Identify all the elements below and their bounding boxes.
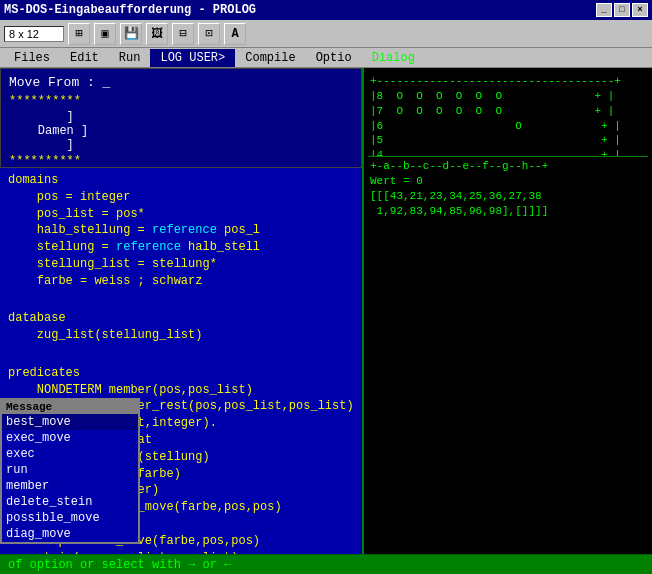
code-blank-1 (8, 294, 354, 311)
maximize-button[interactable]: □ (614, 3, 630, 17)
code-member: NONDETERM member(pos,pos_list) (8, 382, 354, 399)
code-halb-stellung: halb_stellung = reference pos_l (8, 222, 354, 239)
bracket-1: ] (9, 110, 353, 124)
toolbar-icon-1[interactable]: ⊞ (68, 23, 90, 45)
asterisks-bottom: ********** (9, 154, 353, 168)
code-pos: pos = integer (8, 189, 354, 206)
font-size-combo[interactable] (4, 26, 64, 42)
minimize-button[interactable]: _ (596, 3, 612, 17)
menu-dialog[interactable]: Dialog (362, 49, 425, 67)
toolbar-icon-4[interactable]: 🖼 (146, 23, 168, 45)
code-predicates-header: predicates (8, 365, 354, 382)
msg-delete-stein[interactable]: delete_stein (2, 494, 138, 510)
menu-files[interactable]: Files (4, 49, 60, 67)
right-panel: +------------------------------------+ |… (362, 68, 652, 574)
msg-exec[interactable]: exec (2, 446, 138, 462)
main-content: Move From : _ ********** ] Damen ] ] ***… (0, 68, 652, 574)
bracket-2: ] (9, 138, 353, 152)
msg-diag-move[interactable]: diag_move (2, 526, 138, 542)
msg-best-move[interactable]: best_move (2, 414, 138, 430)
menu-options[interactable]: Optio (306, 49, 362, 67)
msg-exec-move[interactable]: exec_move (2, 430, 138, 446)
log-panel: +------------------------------------+ |… (368, 72, 648, 157)
toolbar-icon-3[interactable]: 💾 (120, 23, 142, 45)
status-text: of option or select with → or ← (8, 558, 231, 572)
damen-label: Damen ] (9, 124, 353, 138)
toolbar: ⊞ ▣ 💾 🖼 ⊟ ⊡ A (0, 20, 652, 48)
chess-area: +-a--b--c--d--e--f--g--h--+ Wert = 0 [[[… (368, 157, 648, 220)
toolbar-icon-6[interactable]: ⊡ (198, 23, 220, 45)
msg-member[interactable]: member (2, 478, 138, 494)
menu-run[interactable]: Run (109, 49, 151, 67)
msg-possible-move[interactable]: possible_move (2, 510, 138, 526)
log-content: +------------------------------------+ |… (370, 74, 646, 157)
input-area: Move From : _ ********** ] Damen ] ] ***… (0, 68, 362, 168)
code-stellung: stellung = reference halb_stell (8, 239, 354, 256)
left-wrapper: Move From : _ ********** ] Damen ] ] ***… (0, 68, 362, 574)
code-database-header: database (8, 310, 354, 327)
menu-log[interactable]: LOG USER> (150, 49, 235, 67)
code-zug-list: zug_list(stellung_list) (8, 327, 354, 344)
menu-compile[interactable]: Compile (235, 49, 305, 67)
title-text: MS-DOS-Eingabeaufforderung - PROLOG (4, 3, 256, 17)
code-blank-2 (8, 348, 354, 365)
message-header: Message (2, 400, 138, 414)
toolbar-icon-font[interactable]: A (224, 23, 246, 45)
status-bar: of option or select with → or ← (0, 554, 652, 574)
code-stellung-list: stellung_list = stellung* (8, 256, 354, 273)
title-bar-controls: _ □ × (596, 3, 648, 17)
menu-bar: Files Edit Run LOG USER> Compile Optio D… (0, 48, 652, 68)
code-domains-header: domains (8, 172, 354, 189)
code-pos-list: pos_list = pos* (8, 206, 354, 223)
menu-edit[interactable]: Edit (60, 49, 109, 67)
toolbar-icon-2[interactable]: ▣ (94, 23, 116, 45)
code-farbe: farbe = weiss ; schwarz (8, 273, 354, 290)
message-box: Message best_move exec_move exec run mem… (0, 398, 140, 544)
chess-board-display: +-a--b--c--d--e--f--g--h--+ Wert = 0 [[[… (370, 159, 646, 218)
toolbar-icon-5[interactable]: ⊟ (172, 23, 194, 45)
msg-run[interactable]: run (2, 462, 138, 478)
title-bar: MS-DOS-Eingabeaufforderung - PROLOG _ □ … (0, 0, 652, 20)
input-prompt: Move From : _ (9, 75, 353, 90)
asterisks-top: ********** (9, 94, 353, 108)
close-button[interactable]: × (632, 3, 648, 17)
